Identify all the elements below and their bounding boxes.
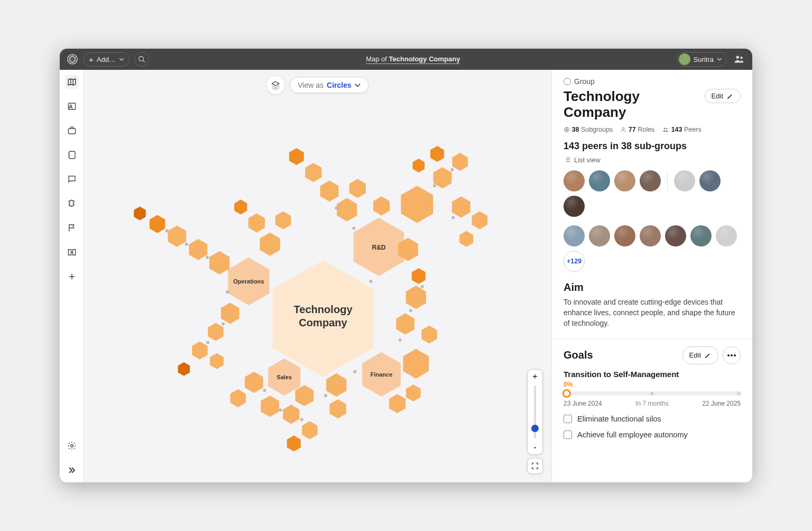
- list-view-button[interactable]: List view: [564, 156, 741, 164]
- fit-screen-button[interactable]: [527, 458, 543, 474]
- peer-avatar[interactable]: [564, 170, 585, 191]
- edit-goals-button[interactable]: Edit: [682, 346, 718, 364]
- peer-avatar[interactable]: [589, 170, 610, 191]
- hex-node[interactable]: [320, 180, 339, 202]
- checkbox-icon[interactable]: [564, 415, 572, 423]
- peers-icon: [662, 126, 669, 133]
- hex-node[interactable]: [260, 233, 280, 256]
- sidebar-chat-icon[interactable]: [65, 172, 79, 186]
- sidebar-puzzle-icon[interactable]: [65, 197, 79, 210]
- zoom-out-button[interactable]: -: [528, 443, 542, 452]
- zoom-slider[interactable]: [534, 386, 536, 438]
- hex-node[interactable]: [401, 186, 433, 223]
- more-peers-button[interactable]: +129: [564, 251, 585, 272]
- hex-node[interactable]: [396, 313, 414, 334]
- hex-node[interactable]: [349, 179, 366, 198]
- hex-node[interactable]: [373, 196, 390, 215]
- map-title-link[interactable]: Map of Technology Company: [366, 55, 460, 64]
- hex-node[interactable]: [245, 372, 263, 393]
- map-canvas[interactable]: View as Circles Technology Company R&D: [84, 70, 551, 482]
- peer-avatar[interactable]: [640, 225, 661, 246]
- hex-node[interactable]: [230, 389, 246, 407]
- sidebar-map-icon[interactable]: [65, 75, 79, 89]
- sidebar-settings-icon[interactable]: [65, 439, 79, 453]
- edit-group-button[interactable]: Edit: [705, 89, 741, 103]
- svg-point-30: [353, 370, 356, 373]
- goals-more-button[interactable]: [723, 346, 741, 364]
- view-as-selector[interactable]: View as Circles: [290, 77, 368, 93]
- hex-node[interactable]: [248, 213, 265, 232]
- sidebar-collapse-icon[interactable]: [65, 463, 79, 477]
- hex-node[interactable]: [168, 226, 186, 247]
- hex-node[interactable]: [275, 211, 291, 229]
- hex-node[interactable]: [208, 323, 224, 341]
- hex-node[interactable]: [234, 199, 247, 214]
- hex-node[interactable]: [150, 215, 165, 233]
- peer-avatar[interactable]: [690, 225, 712, 246]
- search-button[interactable]: [134, 52, 149, 67]
- hex-node[interactable]: [337, 198, 357, 221]
- hex-node[interactable]: [189, 239, 208, 260]
- hex-node[interactable]: [406, 286, 426, 309]
- user-menu[interactable]: Suritra: [677, 52, 727, 67]
- app-logo-icon[interactable]: [66, 53, 79, 66]
- hex-node[interactable]: [289, 148, 304, 165]
- zoom-in-button[interactable]: +: [528, 372, 542, 383]
- hex-node[interactable]: [413, 159, 425, 172]
- hex-node[interactable]: [412, 268, 426, 284]
- goal-progress-track[interactable]: [564, 391, 741, 396]
- details-panel: Group Technology Company Edit 38 Subgrou…: [551, 70, 752, 482]
- hex-node[interactable]: [305, 163, 321, 182]
- hex-node[interactable]: [472, 211, 488, 229]
- peer-avatar[interactable]: [614, 225, 635, 246]
- hex-node[interactable]: [406, 384, 421, 401]
- hex-node[interactable]: [302, 421, 318, 439]
- sidebar-notebook-icon[interactable]: [65, 148, 79, 162]
- checkbox-icon[interactable]: [564, 431, 572, 439]
- people-button[interactable]: [732, 52, 746, 66]
- peer-avatar[interactable]: [674, 170, 695, 191]
- svg-point-11: [369, 280, 372, 283]
- hex-node[interactable]: [287, 435, 301, 451]
- zoom-thumb[interactable]: [531, 425, 539, 432]
- peer-avatar[interactable]: [564, 225, 585, 246]
- peer-avatar[interactable]: [716, 225, 737, 246]
- sidebar-briefcase-icon[interactable]: [65, 124, 79, 138]
- peer-avatar[interactable]: [589, 225, 610, 246]
- timeline-start-icon: [562, 389, 571, 398]
- layers-button[interactable]: [266, 76, 284, 94]
- hex-node[interactable]: [452, 196, 470, 217]
- hex-node[interactable]: [330, 399, 346, 418]
- subgoal-item[interactable]: Eliminate functional silos: [564, 415, 741, 423]
- peer-avatar[interactable]: [614, 170, 635, 191]
- hex-node[interactable]: [433, 167, 452, 188]
- peer-avatar[interactable]: [564, 196, 585, 217]
- sidebar-flag-icon[interactable]: [65, 221, 79, 235]
- hex-node[interactable]: [210, 353, 224, 369]
- chevron-down-icon: [355, 82, 361, 88]
- sidebar-library-icon[interactable]: [65, 245, 79, 259]
- dots-icon: [727, 354, 736, 356]
- hex-node[interactable]: [421, 325, 437, 343]
- hex-node[interactable]: [295, 385, 313, 406]
- hex-node[interactable]: [430, 146, 444, 162]
- hex-node[interactable]: [261, 396, 279, 417]
- subgoal-item[interactable]: Achieve full employee autonomy: [564, 431, 741, 439]
- peer-avatar[interactable]: [665, 225, 686, 246]
- peer-avatar[interactable]: [640, 170, 661, 191]
- hex-node[interactable]: [209, 251, 229, 274]
- hex-node[interactable]: [221, 303, 239, 324]
- sidebar-contact-icon[interactable]: [65, 99, 79, 113]
- add-button[interactable]: + Add…: [83, 52, 130, 67]
- hex-node[interactable]: [326, 373, 346, 397]
- sidebar-add-icon[interactable]: [65, 270, 79, 283]
- hex-node[interactable]: [403, 349, 429, 379]
- hex-node[interactable]: [452, 153, 468, 171]
- hex-node[interactable]: [389, 394, 405, 413]
- hex-node[interactable]: [134, 206, 146, 220]
- hex-node[interactable]: [178, 362, 190, 376]
- hex-node[interactable]: [283, 405, 299, 424]
- peer-avatar[interactable]: [699, 170, 721, 191]
- hex-node[interactable]: [459, 231, 473, 247]
- hex-node[interactable]: [192, 342, 208, 360]
